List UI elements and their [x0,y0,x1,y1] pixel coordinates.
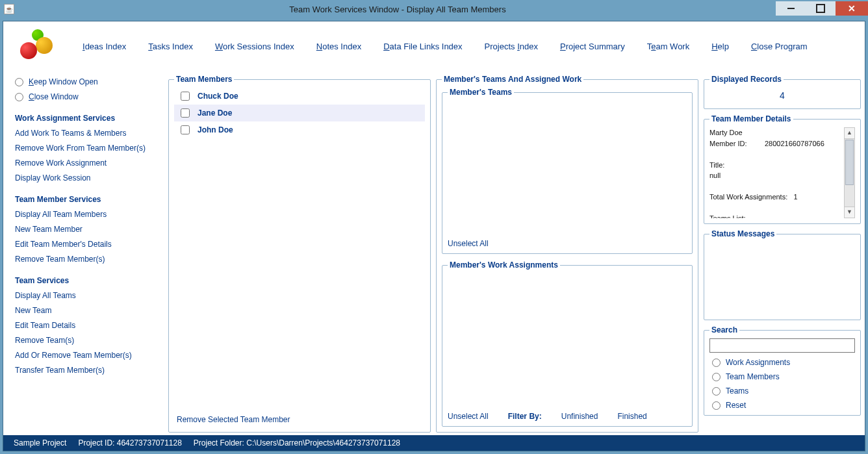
menu-data-file-links-index[interactable]: Data File Links Index [383,42,462,51]
section-team-member-services: Team Member Services [15,195,160,204]
search-opt-teams[interactable]: Teams [712,386,855,396]
menu-work-sessions-index[interactable]: Work Sessions Index [215,42,294,51]
scroll-thumb[interactable] [845,140,854,185]
title-bar: ☕ Team Work Services Window - Display Al… [0,0,868,18]
displayed-records-count: 4 [709,88,855,103]
remove-selected-member-link[interactable]: Remove Selected Team Member [174,410,425,427]
link-add-work[interactable]: Add Work To Teams & Members [15,129,160,138]
detail-member-id-label: Member ID: [709,140,747,147]
member-work-list [448,273,687,409]
app-window: ☕ Team Work Services Window - Display Al… [0,0,868,454]
keep-window-open-radio[interactable]: Keep Window Open [15,77,160,86]
member-name: Chuck Doe [198,92,238,101]
unselect-all-teams-link[interactable]: Unselect All [448,239,489,248]
section-work-assignment-services: Work Assignment Services [15,114,160,123]
member-details-legend: Team Member Details [709,114,793,123]
member-row[interactable]: Chuck Doe [174,88,425,105]
filter-by-label: Filter By: [508,412,542,421]
menu-notes-index[interactable]: Notes Index [316,42,361,51]
unselect-all-work-link[interactable]: Unselect All [448,412,489,421]
member-checkbox[interactable] [181,92,190,101]
window-controls [776,1,868,16]
member-work-legend: Member's Work Assignments [448,260,560,270]
link-display-all-teams[interactable]: Display All Teams [15,291,160,300]
client-area: Ideas Index Tasks Index Work Sessions In… [3,21,865,451]
java-icon: ☕ [4,4,14,14]
status-project-folder-label: Project Folder: [194,438,244,448]
member-teams-legend: Member's Teams [448,88,514,97]
detail-member-id: 280021660787066 [765,140,824,147]
detail-name: Marty Doe [709,127,842,138]
link-remove-work-from-members[interactable]: Remove Work From Team Member(s) [15,144,160,153]
link-remove-teams[interactable]: Remove Team(s) [15,336,160,345]
member-name: John Doe [198,125,233,134]
status-project-folder: C:\Users\Darren\Projects\464273737071128 [246,438,400,448]
displayed-records-legend: Displayed Records [709,75,784,84]
member-row[interactable]: Jane Doe [174,105,425,121]
menu-bar: Ideas Index Tasks Index Work Sessions In… [3,21,865,75]
search-input[interactable] [709,338,855,353]
team-members-panel: Team Members Chuck Doe Jane Doe John [168,75,431,433]
team-members-legend: Team Members [174,75,234,84]
assigned-work-panel: Member's Teams And Assigned Work Member'… [436,75,698,433]
member-teams-list [448,101,687,236]
link-new-member[interactable]: New Team Member [15,225,160,234]
status-project-id: 464273737071128 [117,438,182,448]
menu-close-program[interactable]: Close Program [751,42,808,51]
member-checkbox[interactable] [181,125,190,134]
maximize-button[interactable] [806,1,836,16]
status-project-id-label: Project ID: [78,438,114,448]
link-display-all-members[interactable]: Display All Team Members [15,210,160,219]
link-edit-team-details[interactable]: Edit Team Details [15,321,160,330]
workspace: Keep Window Open Close Window Work Assig… [3,75,865,435]
search-opt-work-assignments[interactable]: Work Assignments [712,358,855,367]
minimize-button[interactable] [776,1,806,16]
section-team-services: Team Services [15,276,160,285]
link-display-work-session[interactable]: Display Work Session [15,173,160,183]
search-options: Work Assignments Team Members Teams Rese… [709,358,855,410]
right-panel: Displayed Records 4 Team Member Details … [704,75,861,433]
menu-help[interactable]: Help [711,42,729,51]
detail-title-value: null [709,170,842,181]
filter-finished-link[interactable]: Finished [617,412,646,421]
scroll-down-icon[interactable]: ▼ [845,207,854,218]
member-row[interactable]: John Doe [174,121,425,138]
link-new-team[interactable]: New Team [15,306,160,315]
search-legend: Search [709,325,739,334]
link-add-remove-members[interactable]: Add Or Remove Team Member(s) [15,351,160,360]
detail-title-label: Title: [709,160,842,171]
menu-ideas-index[interactable]: Ideas Index [83,42,126,51]
detail-total-value: 1 [793,193,797,201]
close-button[interactable] [836,1,868,16]
member-name: Jane Doe [198,108,232,118]
search-opt-team-members[interactable]: Team Members [712,372,855,381]
menu-team-work[interactable]: Team Work [647,42,690,51]
status-bar: Sample Project Project ID: 4642737370711… [3,435,865,451]
close-window-radio[interactable]: Close Window [15,92,160,101]
detail-total-label: Total Work Assignments: [709,193,787,201]
link-transfer-members[interactable]: Transfer Team Member(s) [15,366,160,375]
sidebar: Keep Window Open Close Window Work Assig… [7,75,163,433]
details-scrollbar[interactable]: ▲ ▼ [844,127,855,218]
link-remove-work-assignment[interactable]: Remove Work Assignment [15,158,160,168]
status-project-name: Sample Project [14,438,66,448]
detail-teams-list-label: Teams List: [709,213,842,218]
assigned-legend: Member's Teams And Assigned Work [442,75,583,84]
member-details-body: Marty Doe Member ID: 280021660787066 Tit… [709,127,855,218]
window-title: Team Work Services Window - Display All … [19,5,776,14]
menu-project-summary[interactable]: Project Summary [560,42,625,51]
link-remove-members[interactable]: Remove Team Member(s) [15,255,160,264]
app-logo-icon [16,28,55,64]
filter-unfinished-link[interactable]: Unfinished [561,412,598,421]
menu-tasks-index[interactable]: Tasks Index [148,42,193,51]
scroll-up-icon[interactable]: ▲ [845,128,854,139]
link-edit-member-details[interactable]: Edit Team Member's Details [15,240,160,249]
search-opt-reset[interactable]: Reset [712,401,855,410]
status-messages-legend: Status Messages [709,229,776,238]
team-members-list: Chuck Doe Jane Doe John Doe [174,88,425,410]
menu-projects-index[interactable]: Projects Index [485,42,538,51]
member-checkbox[interactable] [181,108,190,118]
